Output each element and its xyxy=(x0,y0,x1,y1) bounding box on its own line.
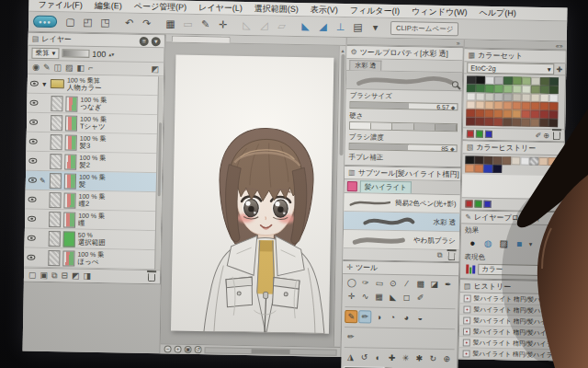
color-swatch[interactable] xyxy=(483,165,492,173)
color-swatch[interactable] xyxy=(466,101,475,109)
selection-launcher-tool[interactable]: ▦ xyxy=(373,291,386,304)
brush-tool-selected[interactable]: ✎ xyxy=(345,310,357,323)
redo-button[interactable]: ↷ xyxy=(139,16,154,31)
color-swatch[interactable] xyxy=(476,93,485,101)
layer-mask-thumbnail[interactable] xyxy=(50,173,62,189)
clip-below-icon[interactable]: ◧ xyxy=(77,63,85,73)
canvas-document-tab[interactable] xyxy=(172,36,231,43)
layer-thumbnail[interactable] xyxy=(65,134,77,150)
color-swatch[interactable] xyxy=(549,86,559,94)
color-swatch[interactable] xyxy=(513,76,522,85)
color-swatch[interactable] xyxy=(467,76,476,85)
layer-mask-thumbnail[interactable] xyxy=(51,115,62,131)
lock-icon[interactable]: ◫ xyxy=(54,63,62,72)
visibility-eye-icon[interactable] xyxy=(28,178,37,183)
new-layer-button[interactable]: ▢ xyxy=(28,270,37,280)
zoom-in-button[interactable]: + xyxy=(175,346,182,353)
layer-thumbnail[interactable] xyxy=(63,192,75,208)
layer-mask-thumbnail[interactable] xyxy=(49,192,61,208)
color-swatch[interactable] xyxy=(485,76,494,85)
color-swatch[interactable] xyxy=(530,110,539,119)
color-swatch[interactable] xyxy=(503,76,513,85)
color-swatch[interactable] xyxy=(549,77,559,86)
brush-item[interactable]: 簡易2色ペン(光+影) xyxy=(344,193,459,213)
eyedropper-icon[interactable]: ✐ xyxy=(535,131,541,139)
select-rect-button[interactable]: ▭ xyxy=(180,17,196,32)
color-swatch[interactable] xyxy=(522,77,531,86)
green-chip[interactable] xyxy=(476,131,483,138)
color-swatch[interactable] xyxy=(494,93,503,101)
brush-item[interactable]: やわ肌ブラシ xyxy=(344,230,459,250)
border-effect-icon[interactable]: ● xyxy=(467,236,479,248)
red-chip[interactable] xyxy=(467,131,474,138)
pin-icon[interactable]: ◉ xyxy=(32,63,40,72)
history-row[interactable]: 髪ハイライト 楕円/髪ハイラ… xyxy=(458,348,560,361)
color-swatch[interactable] xyxy=(548,157,557,166)
scroll-up-arrow[interactable]: ▴ xyxy=(342,47,345,53)
visibility-eye-icon[interactable] xyxy=(28,197,36,202)
color-swatch[interactable] xyxy=(522,86,531,94)
curve-tool[interactable]: ∿ xyxy=(359,290,372,303)
color-swatch[interactable] xyxy=(548,110,558,119)
color-swatch[interactable] xyxy=(483,156,492,165)
flip-button[interactable]: ◺ xyxy=(239,17,254,33)
color-swatch[interactable] xyxy=(484,118,493,126)
panel-menu-icon[interactable]: ≡ xyxy=(140,36,149,45)
color-swatch[interactable] xyxy=(503,118,512,126)
layer-mask-thumbnail[interactable] xyxy=(51,96,62,111)
snap-special-ruler-button[interactable]: ◢ xyxy=(315,18,331,34)
deselect-button[interactable]: ▦ xyxy=(163,16,178,31)
crop-button[interactable]: ▱ xyxy=(274,18,289,34)
wrench-icon[interactable]: ✚ xyxy=(556,65,562,74)
color-swatch[interactable] xyxy=(540,86,549,94)
figure-tool[interactable]: ◻ xyxy=(401,291,413,304)
color-swatch[interactable] xyxy=(503,101,512,109)
color-swatch[interactable] xyxy=(531,94,540,102)
menu-page[interactable]: ページ管理(P) xyxy=(134,0,187,13)
layer-mask-thumbnail[interactable] xyxy=(50,154,62,169)
save-button[interactable]: ◳ xyxy=(97,15,113,30)
visibility-eye-icon[interactable] xyxy=(28,158,37,164)
color-swatch[interactable] xyxy=(538,157,548,166)
color-swatch[interactable] xyxy=(466,109,475,118)
layer-row-folder[interactable]: ▼ 100 % 乗算 人物カラー xyxy=(28,75,164,97)
new-folder-button[interactable]: ▣ xyxy=(40,270,48,280)
fit-screen-button[interactable]: ▣ xyxy=(185,346,192,353)
sub-tool-group-tab[interactable]: 髪ハイライト xyxy=(360,180,412,193)
color-swatch[interactable] xyxy=(539,102,548,110)
color-swatch[interactable] xyxy=(474,156,483,165)
blend-tool[interactable]: ◑ xyxy=(372,311,385,324)
add-color-icon[interactable]: ⊕ xyxy=(543,132,549,140)
operation-tool[interactable]: ✑ xyxy=(359,276,372,289)
visibility-eye-icon[interactable] xyxy=(27,255,35,260)
color-swatch[interactable] xyxy=(503,109,512,118)
color-swatch[interactable] xyxy=(485,93,494,101)
color-swatch[interactable] xyxy=(465,156,474,165)
rotate-button[interactable]: ◿ xyxy=(256,17,272,33)
blue-chip[interactable] xyxy=(485,131,492,138)
canvas-area[interactable] xyxy=(161,42,339,346)
layer-row[interactable]: 100 % 乗 つなぎ xyxy=(27,94,163,116)
pen-tool[interactable]: ∕ xyxy=(401,277,413,290)
delete-layer-trash-icon[interactable] xyxy=(148,273,155,282)
color-swatch[interactable] xyxy=(520,157,529,166)
color-swatch[interactable] xyxy=(493,118,503,126)
color-swatch[interactable] xyxy=(475,101,484,109)
layer-row[interactable]: 100 % 乗 ほっぺ xyxy=(24,248,160,270)
layer-row[interactable]: 100 % 乗 Tシャツ xyxy=(27,113,163,135)
hscroll-thumb[interactable] xyxy=(251,349,290,354)
visibility-eye-icon[interactable] xyxy=(29,139,38,144)
eyedropper-tool[interactable]: ✐ xyxy=(414,291,427,304)
expression-color-dropdown[interactable]: カラー▾ xyxy=(478,264,556,277)
menu-view[interactable]: 表示(V) xyxy=(311,4,338,17)
color-swatch[interactable] xyxy=(502,156,511,165)
watercolor-edge-icon[interactable]: ◍ xyxy=(482,237,494,249)
lock-alpha-icon[interactable]: ▨ xyxy=(65,63,74,72)
color-swatch[interactable] xyxy=(540,94,549,102)
layer-row[interactable]: 100 % 乗 瞳2 xyxy=(25,190,161,213)
shade-tool[interactable]: ◮ xyxy=(344,351,356,363)
screenshot-tool-button[interactable]: ▤ xyxy=(350,19,366,35)
opacity-slider[interactable] xyxy=(62,49,89,58)
undo-button[interactable]: ↶ xyxy=(121,16,137,31)
layer-thumbnail[interactable] xyxy=(63,212,75,227)
